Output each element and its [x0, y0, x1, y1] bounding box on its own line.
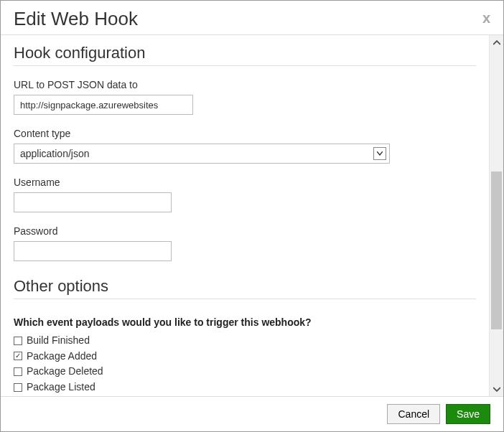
url-field: URL to POST JSON data to — [14, 79, 476, 115]
event-row-package-deleted: Package Deleted — [14, 365, 476, 379]
dialog-body: Hook configuration URL to POST JSON data… — [1, 35, 489, 396]
dialog-title: Edit Web Hook — [14, 8, 138, 30]
scroll-up-icon[interactable] — [490, 35, 503, 50]
content-type-label: Content type — [14, 128, 476, 139]
content-type-value: application/json — [20, 148, 373, 159]
chevron-down-icon[interactable] — [373, 147, 386, 160]
content-type-select[interactable]: application/json — [14, 144, 390, 164]
content-type-field: Content type application/json — [14, 128, 476, 164]
checkbox-package-listed[interactable] — [14, 383, 22, 392]
event-row-package-added: Package Added — [14, 349, 476, 364]
url-label: URL to POST JSON data to — [14, 79, 476, 90]
dialog-header: Edit Web Hook x — [1, 1, 503, 34]
event-row-build-finished: Build Finished — [14, 334, 476, 348]
dialog-footer: Cancel Save — [1, 397, 503, 431]
checkbox-package-deleted[interactable] — [14, 367, 22, 376]
cancel-button[interactable]: Cancel — [387, 404, 440, 424]
section-hook-config-title: Hook configuration — [14, 44, 476, 66]
save-button[interactable]: Save — [446, 404, 490, 424]
edit-webhook-dialog: Edit Web Hook x Hook configuration URL t… — [0, 0, 504, 432]
username-input[interactable] — [14, 192, 172, 212]
password-label: Password — [14, 225, 476, 237]
events-question: Which event payloads would you like to t… — [14, 316, 476, 328]
event-row-package-listed: Package Listed — [14, 380, 476, 395]
scrollbar[interactable] — [489, 35, 503, 396]
username-field: Username — [14, 177, 476, 212]
event-label: Build Finished — [27, 334, 90, 348]
event-label: Package Listed — [27, 380, 95, 395]
username-label: Username — [14, 177, 476, 188]
checkbox-build-finished[interactable] — [14, 337, 22, 345]
dialog-body-wrap: Hook configuration URL to POST JSON data… — [1, 34, 503, 397]
password-field: Password — [14, 225, 476, 261]
event-label: Package Deleted — [27, 365, 103, 379]
checkbox-package-added[interactable] — [14, 352, 22, 360]
password-input[interactable] — [14, 241, 172, 261]
event-label: Package Added — [27, 349, 97, 364]
scroll-down-icon[interactable] — [490, 382, 503, 396]
section-other-options-title: Other options — [14, 277, 476, 299]
url-input[interactable] — [14, 95, 193, 115]
scroll-thumb[interactable] — [491, 172, 502, 329]
close-icon[interactable]: x — [482, 8, 490, 25]
